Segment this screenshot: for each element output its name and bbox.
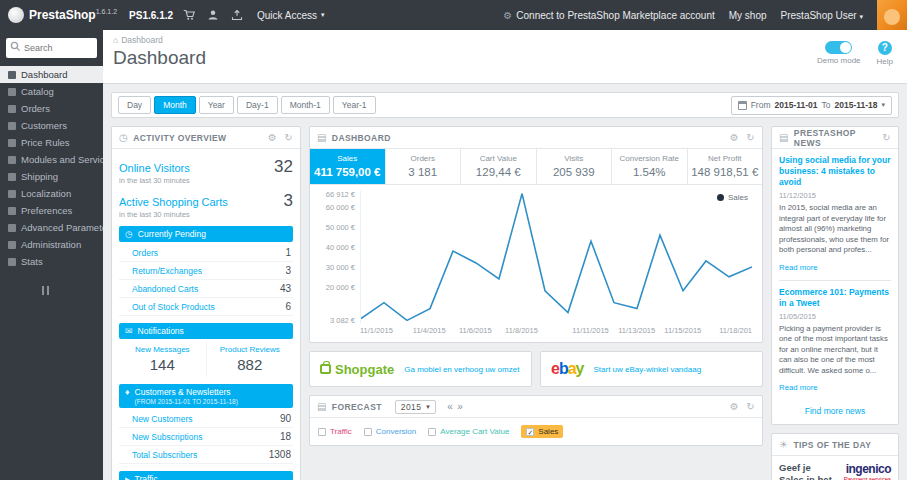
- sidebar-item-customers[interactable]: Customers: [0, 117, 103, 134]
- cart-icon[interactable]: [183, 9, 195, 21]
- shopgate-promo[interactable]: Shopgate Ga mobiel en verhoog uw omzet: [309, 351, 532, 387]
- sidebar-item-label: Customers: [21, 120, 67, 131]
- forecast-legend-traffic[interactable]: Traffic: [318, 427, 352, 436]
- sidebar-item-label: Price Rules: [21, 137, 70, 148]
- brand-version: 1.6.1.2: [96, 8, 117, 15]
- kpi-sales[interactable]: Sales411 759,00 €: [310, 149, 386, 184]
- kpi-cart-value[interactable]: Cart Value129,44 €: [461, 149, 537, 184]
- sidebar-item-label: Catalog: [21, 86, 54, 97]
- date-range-picker[interactable]: From2015-11-01 To2015-11-18 ▾: [731, 96, 892, 115]
- ebay-link[interactable]: Start uw eBay-winkel vandaag: [594, 365, 702, 374]
- chevron-down-icon: ▾: [426, 403, 430, 411]
- total-subscribers-row[interactable]: Total Subscribers1308: [119, 446, 293, 464]
- news-panel-title: PrestaShop News: [794, 128, 877, 148]
- profile-icon[interactable]: [207, 9, 219, 21]
- active-carts-link[interactable]: Active Shopping Carts: [119, 196, 228, 208]
- new-messages-cell[interactable]: New Messages144: [119, 341, 206, 377]
- range-year-button[interactable]: Year: [199, 96, 234, 114]
- forecast-prev-icon[interactable]: «: [447, 401, 453, 412]
- person-icon: ♦: [125, 387, 130, 397]
- pending-abandoned-carts-row[interactable]: Abandoned Carts43: [119, 280, 293, 298]
- forecast-legend-sales[interactable]: ✓Sales: [521, 425, 563, 438]
- kpi-visits[interactable]: Visits205 939: [537, 149, 613, 184]
- news-article-excerpt: In 2015, social media are an integral pa…: [779, 203, 891, 256]
- quick-access-menu[interactable]: Quick Access▾: [257, 10, 325, 21]
- sidebar-item-modules[interactable]: Modules and Services: [0, 151, 103, 168]
- range-day-button[interactable]: Day: [118, 96, 151, 114]
- sidebar-item-catalog[interactable]: Catalog: [0, 83, 103, 100]
- sales-chart-container: Sales 66 912 €60 000 €50 000 €40 000 €30…: [310, 185, 762, 342]
- activity-refresh-icon[interactable]: ↻: [284, 132, 293, 143]
- active-carts-sub: in the last 30 minutes: [119, 210, 293, 219]
- dashboard-settings-icon[interactable]: ⚙: [730, 132, 739, 143]
- collapse-sidebar-button[interactable]: [42, 286, 103, 295]
- range-year-1-button[interactable]: Year-1: [333, 96, 376, 114]
- sidebar-item-preferences[interactable]: Preferences: [0, 202, 103, 219]
- forecast-settings-icon[interactable]: ⚙: [730, 401, 739, 412]
- kpi-net-profit[interactable]: Net Profit148 918,51 €: [688, 149, 763, 184]
- upload-icon[interactable]: [231, 9, 243, 21]
- user-menu[interactable]: PrestaShop User ▾: [781, 10, 863, 21]
- calendar-icon: [738, 101, 747, 110]
- checkbox-icon[interactable]: [428, 428, 436, 436]
- pending-returns-row[interactable]: Return/Exchanges3: [119, 262, 293, 280]
- sidebar-item-orders[interactable]: Orders: [0, 100, 103, 117]
- new-customers-row[interactable]: New Customers90: [119, 410, 293, 428]
- dashboard-refresh-icon[interactable]: ↻: [746, 132, 755, 143]
- online-visitors-link[interactable]: Online Visitors: [119, 162, 190, 174]
- forecast-year-select[interactable]: 2015▾: [395, 400, 436, 414]
- range-day-1-button[interactable]: Day-1: [237, 96, 278, 114]
- checkbox-icon[interactable]: [364, 428, 372, 436]
- find-more-news-link[interactable]: Find more news: [805, 406, 865, 416]
- sidebar-item-administration[interactable]: Administration: [0, 236, 103, 253]
- my-shop-link[interactable]: My shop: [729, 10, 767, 21]
- read-more-link[interactable]: Read more: [779, 263, 818, 272]
- sidebar-item-label: Shipping: [21, 171, 58, 182]
- sidebar-item-shipping[interactable]: Shipping: [0, 168, 103, 185]
- range-month-button[interactable]: Month: [154, 96, 196, 114]
- brand-name: PrestaShop1.6.1.2: [29, 8, 117, 22]
- search-icon: [10, 41, 21, 52]
- sidebar-item-advanced-parameters[interactable]: Advanced Parameters: [0, 219, 103, 236]
- gear-icon: ⚙: [503, 10, 512, 21]
- pending-out-of-stock-row[interactable]: Out of Stock Products6: [119, 298, 293, 316]
- sidebar-item-price-rules[interactable]: Price Rules: [0, 134, 103, 151]
- pending-orders-row[interactable]: Orders1: [119, 244, 293, 262]
- page-header: ⌂Dashboard Dashboard Demo mode ? Help: [103, 30, 907, 84]
- range-month-1-button[interactable]: Month-1: [281, 96, 330, 114]
- forecast-next-icon[interactable]: »: [457, 401, 463, 412]
- forecast-panel-title: Forecast: [332, 402, 382, 412]
- news-article: Ecommerce 101: Payments in a Tweet 11/05…: [779, 287, 891, 395]
- active-carts-value: 3: [284, 191, 293, 211]
- ebay-promo[interactable]: ebay Start uw eBay-winkel vandaag: [540, 351, 763, 387]
- sales-chart[interactable]: [360, 191, 752, 323]
- avatar[interactable]: [877, 0, 907, 30]
- kpi-orders[interactable]: Orders3 181: [386, 149, 462, 184]
- sun-icon: ☀: [779, 439, 788, 450]
- activity-settings-icon[interactable]: ⚙: [268, 132, 277, 143]
- checkbox-checked-icon[interactable]: ✓: [526, 428, 534, 436]
- kpi-conversion-rate[interactable]: Conversion Rate1.54%: [612, 149, 688, 184]
- news-refresh-icon[interactable]: ↻: [882, 132, 891, 143]
- news-article-title[interactable]: Using social media for your business: 4 …: [779, 155, 891, 188]
- help-icon[interactable]: ?: [878, 41, 892, 55]
- read-more-link[interactable]: Read more: [779, 383, 818, 392]
- marketplace-link[interactable]: ⚙Connect to PrestaShop Marketplace accou…: [503, 10, 714, 21]
- news-article-title[interactable]: Ecommerce 101: Payments in a Tweet: [779, 287, 891, 309]
- sidebar-item-stats[interactable]: Stats: [0, 253, 103, 270]
- shopgate-link[interactable]: Ga mobiel en verhoog uw omzet: [404, 365, 519, 374]
- activity-panel-title: Activity overview: [133, 133, 226, 143]
- forecast-legend-conversion[interactable]: Conversion: [364, 427, 416, 436]
- forecast-legend-average-cart-value[interactable]: Average Cart Value: [428, 427, 509, 436]
- online-visitors-value: 32: [274, 157, 293, 177]
- demo-mode-toggle[interactable]: [825, 41, 852, 54]
- activity-overview-panel: ◷ Activity overview ⚙↻ Online Visitors32…: [111, 126, 301, 480]
- forecast-legend: Traffic Conversion Average Cart Value ✓S…: [310, 418, 762, 445]
- checkbox-icon[interactable]: [318, 428, 326, 436]
- forecast-refresh-icon[interactable]: ↻: [746, 401, 755, 412]
- product-reviews-cell[interactable]: Product Reviews882: [206, 341, 294, 377]
- prestashop-logo[interactable]: PrestaShop1.6.1.2: [0, 7, 125, 23]
- new-subscriptions-row[interactable]: New Subscriptions18: [119, 428, 293, 446]
- sidebar-item-localization[interactable]: Localization: [0, 185, 103, 202]
- sidebar-item-dashboard[interactable]: Dashboard: [0, 66, 103, 83]
